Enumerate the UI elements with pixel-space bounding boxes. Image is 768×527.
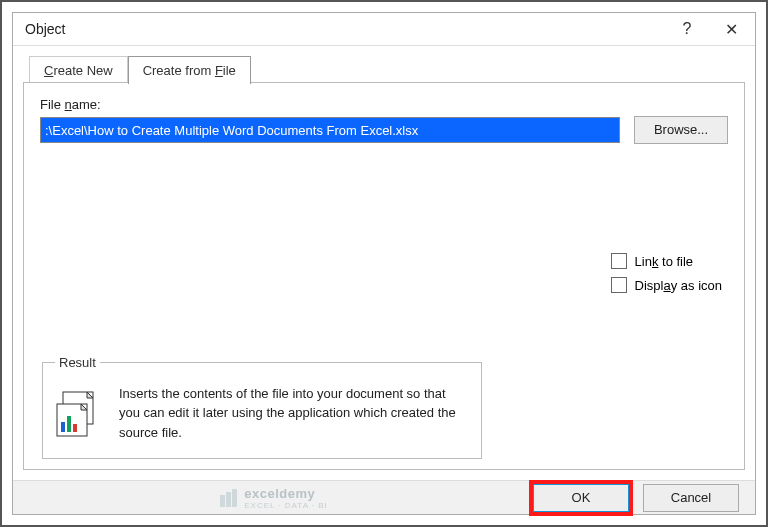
dialog-footer: exceldemy EXCEL · DATA · BI OK Cancel: [13, 480, 755, 514]
display-as-icon-label: Display as icon: [635, 278, 722, 293]
checkbox-icon: [611, 253, 627, 269]
filename-input[interactable]: [40, 117, 620, 143]
svg-rect-9: [232, 489, 237, 507]
tab-create-from-file[interactable]: Create from File: [128, 56, 251, 84]
result-text: Inserts the contents of the file into yo…: [119, 384, 469, 443]
cancel-button[interactable]: Cancel: [643, 484, 739, 512]
svg-rect-8: [226, 492, 231, 507]
browse-button[interactable]: Browse...: [634, 116, 728, 144]
checkbox-icon: [611, 277, 627, 293]
svg-rect-4: [61, 422, 65, 432]
svg-rect-5: [67, 416, 71, 432]
dialog-title: Object: [25, 21, 665, 37]
close-button[interactable]: ✕: [709, 13, 753, 45]
ok-button[interactable]: OK: [533, 484, 629, 512]
svg-rect-7: [220, 495, 225, 507]
result-legend: Result: [55, 355, 100, 370]
tabs: Create New Create from File: [23, 54, 745, 82]
result-group: Result: [42, 355, 482, 460]
embedded-object-icon: [55, 388, 107, 440]
filename-label: File name:: [40, 97, 728, 112]
tab-create-new-label: reate New: [53, 63, 112, 78]
tab-create-new[interactable]: Create New: [29, 56, 128, 84]
watermark-icon: [220, 489, 238, 507]
watermark-subtext: EXCEL · DATA · BI: [244, 501, 328, 510]
link-to-file-label: Link to file: [635, 254, 694, 269]
watermark-text: exceldemy: [244, 486, 315, 501]
tab-panel: File name: Browse... Link to file Displa…: [23, 82, 745, 470]
watermark: exceldemy EXCEL · DATA · BI: [29, 486, 519, 510]
svg-rect-6: [73, 424, 77, 432]
display-as-icon-checkbox[interactable]: Display as icon: [611, 277, 722, 293]
object-dialog: Object ? ✕ Create New Create from File F…: [12, 12, 756, 515]
link-to-file-checkbox[interactable]: Link to file: [611, 253, 722, 269]
titlebar: Object ? ✕: [13, 13, 755, 46]
help-button[interactable]: ?: [665, 13, 709, 45]
